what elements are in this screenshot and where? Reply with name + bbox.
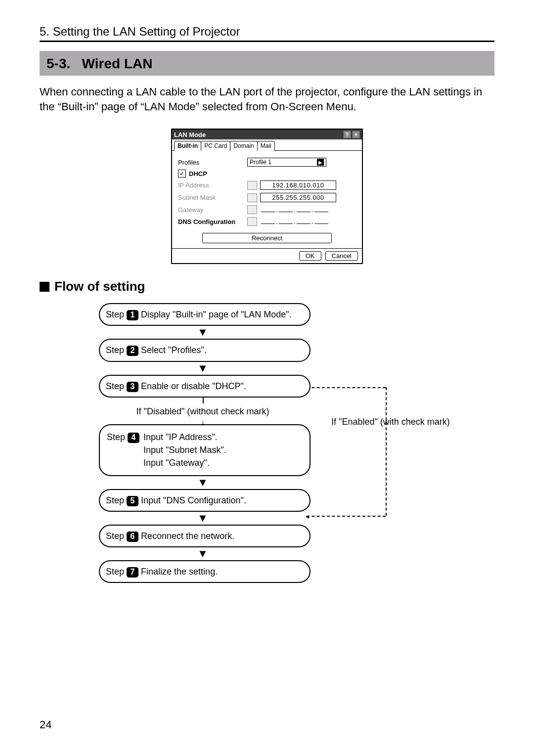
bullet-square-icon (40, 282, 49, 292)
dialog-tabs: Built-in PC Card Domain Mail (172, 139, 362, 151)
keypad-icon[interactable] (247, 181, 257, 190)
step-5: Step 5 Input "DNS Configuration". (99, 489, 311, 512)
step-number-4: 4 (128, 433, 139, 443)
step-number-7: 7 (127, 567, 138, 578)
step-5-text: Input "DNS Configuration". (141, 495, 246, 505)
step-2-text: Select "Profiles". (141, 345, 207, 355)
ip-address-label: IP Address (178, 181, 247, 189)
branch-disabled-label: If "Disabled" (without check mark) (99, 406, 307, 417)
profiles-select-value: Profile 1 (250, 159, 271, 166)
keypad-icon[interactable] (247, 205, 257, 214)
keypad-icon[interactable] (247, 193, 257, 202)
page-number: 24 (40, 718, 51, 731)
arrow-down-small-icon: ↓ (99, 420, 307, 425)
flow-heading: Flow of setting (40, 279, 494, 294)
step-4: Step 4 Input "IP Address". Input "Subnet… (99, 424, 311, 476)
close-icon[interactable]: × (352, 131, 360, 138)
tab-domain[interactable]: Domain (230, 141, 257, 151)
help-icon[interactable]: ? (343, 131, 351, 138)
profiles-label: Profiles (178, 159, 247, 166)
gateway-label: Gateway (178, 206, 247, 214)
step-7-text: Finalize the setting. (141, 567, 218, 577)
dialog-titlebar: LAN Mode ? × (172, 130, 362, 139)
dns-config-label: DNS Configuration (178, 218, 247, 225)
cancel-button[interactable]: Cancel (325, 251, 358, 261)
dns-config-value[interactable]: ... (260, 218, 329, 225)
step-number-3: 3 (127, 382, 138, 392)
step-6: Step 6 Reconnect the network. (99, 525, 311, 547)
section-number: 5-3. (46, 56, 70, 71)
flow-heading-text: Flow of setting (54, 279, 145, 294)
step-4a-text: Input "IP Address". (143, 431, 226, 444)
dialog-title: LAN Mode (174, 131, 206, 138)
tab-mail[interactable]: Mail (257, 141, 275, 151)
dhcp-label: DHCP (189, 170, 207, 178)
arrow-down-icon: ▼ (99, 476, 307, 489)
dhcp-checkbox-row[interactable]: ✓ DHCP (178, 170, 356, 178)
dhcp-checkbox[interactable]: ✓ (178, 170, 186, 178)
step-1: Step 1 Display "Built-in" page of "LAN M… (99, 303, 311, 326)
lan-mode-dialog: LAN Mode ? × Built-in PC Card Domain Mai… (171, 129, 363, 264)
step-4b-text: Input "Subnet Mask". (143, 444, 226, 456)
lan-mode-dialog-figure: LAN Mode ? × Built-in PC Card Domain Mai… (40, 129, 494, 264)
step-3: Step 3 Enable or disable "DHCP". (99, 375, 311, 398)
arrow-down-icon: ▼ (99, 547, 307, 560)
arrow-down-icon: ▼ (99, 362, 307, 375)
chapter-title: 5. Setting the LAN Setting of Projector (40, 25, 494, 39)
keypad-icon[interactable] (247, 217, 257, 226)
tab-built-in[interactable]: Built-in (174, 141, 201, 151)
step-number-5: 5 (127, 496, 138, 506)
chevron-right-icon: ▶ (317, 159, 324, 166)
section-heading: 5-3. Wired LAN (40, 51, 494, 76)
ip-address-value[interactable]: 192.168.010.010 (260, 180, 336, 190)
step-number-1: 1 (127, 310, 138, 320)
arrow-down-icon: ▼ (99, 326, 307, 339)
step-1-text: Display "Built-in" page of "LAN Mode". (141, 310, 292, 319)
profiles-select[interactable]: Profile 1 ▶ (247, 158, 326, 167)
flow-chart: ▸ ◂ If "Enabled" (with check mark) Step … (99, 303, 376, 582)
subnet-mask-label: Subnet Mask (178, 194, 247, 201)
divider (40, 41, 494, 42)
step-7: Step 7 Finalize the setting. (99, 560, 311, 583)
section-title: Wired LAN (82, 56, 153, 71)
branch-arrow-in: ◂ (306, 512, 309, 520)
branch-enabled-label: If "Enabled" (with check mark) (331, 417, 450, 427)
step-6-text: Reconnect the network. (141, 531, 234, 541)
reconnect-button[interactable]: Reconnect (202, 233, 332, 243)
step-3-text: Enable or disable "DHCP". (141, 381, 246, 391)
step-number-2: 2 (127, 346, 138, 356)
tab-pc-card[interactable]: PC Card (201, 141, 230, 151)
step-4c-text: Input "Gateway". (143, 456, 226, 469)
arrow-down-icon: ▼ (99, 512, 307, 525)
ok-button[interactable]: OK (299, 251, 321, 261)
intro-paragraph: When connecting a LAN cable to the LAN p… (40, 85, 494, 114)
step-number-6: 6 (127, 532, 138, 542)
step-2: Step 2 Select "Profiles". (99, 339, 311, 361)
gateway-value[interactable]: ... (260, 206, 329, 214)
subnet-mask-value[interactable]: 255.255.255.000 (260, 193, 336, 202)
